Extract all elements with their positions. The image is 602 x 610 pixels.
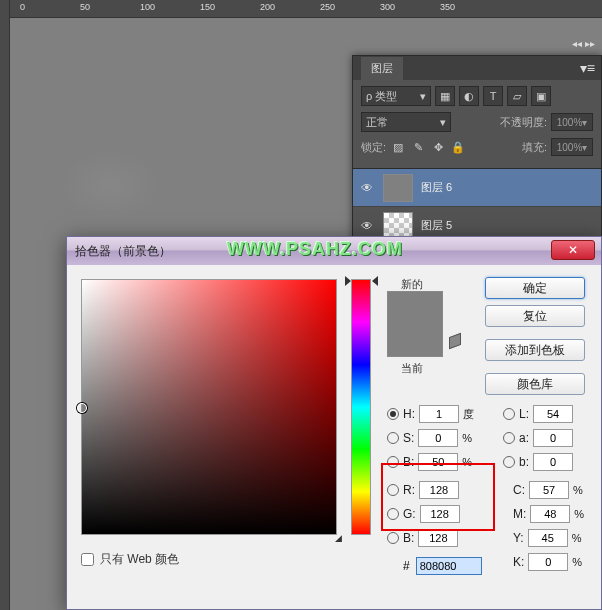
layer-name[interactable]: 图层 6 — [421, 180, 452, 195]
layer-row[interactable]: 👁 图层 6 — [353, 169, 601, 207]
saturation-value-box[interactable] — [81, 279, 337, 535]
hue-arrow-right-icon[interactable] — [372, 276, 378, 286]
ruler-mark: 350 — [440, 2, 455, 12]
hue-arrow-left-icon[interactable] — [345, 276, 351, 286]
h-input[interactable] — [419, 405, 459, 423]
new-color-label: 新的 — [401, 277, 423, 292]
s-radio[interactable] — [387, 432, 399, 444]
layer-list: 👁 图层 6 👁 图层 5 — [353, 168, 601, 245]
filter-shape-icon[interactable]: ▱ — [507, 86, 527, 106]
h-radio[interactable] — [387, 408, 399, 420]
lock-move-icon[interactable]: ✥ — [430, 139, 446, 155]
visibility-eye-icon[interactable]: 👁 — [359, 219, 375, 233]
web-only-checkbox[interactable] — [81, 553, 94, 566]
lock-label: 锁定: — [361, 140, 386, 155]
visibility-eye-icon[interactable]: 👁 — [359, 181, 375, 195]
lab-b-radio[interactable] — [503, 456, 515, 468]
layer-filter-select[interactable]: ρ 类型▾ — [361, 86, 431, 106]
chevron-down-icon: ▾ — [420, 90, 426, 103]
reset-button[interactable]: 复位 — [485, 305, 585, 327]
layers-tab[interactable]: 图层 — [361, 57, 403, 80]
current-color-swatch[interactable] — [388, 324, 442, 356]
h-unit: 度 — [463, 407, 474, 422]
ruler-mark: 150 — [200, 2, 215, 12]
web-only-label: 只有 Web 颜色 — [100, 551, 179, 568]
web-only-checkbox-row: 只有 Web 颜色 — [81, 551, 179, 568]
chevron-down-icon: ▾ — [440, 116, 446, 129]
rgb-b-field: B: — [387, 529, 458, 547]
rgb-b-radio[interactable] — [387, 532, 399, 544]
lab-b-field: b: — [503, 453, 573, 471]
layers-panel: ◂◂ ▸▸ 图层 ▾≡ ρ 类型▾ ▦ ◐ T ▱ ▣ 正常▾ 不透明度: 10… — [352, 55, 602, 246]
color-preview — [387, 291, 443, 357]
k-input[interactable] — [528, 553, 568, 571]
lock-all-icon[interactable]: 🔒 — [450, 139, 466, 155]
ruler-mark: 0 — [20, 2, 25, 12]
s-input[interactable] — [418, 429, 458, 447]
ruler-mark: 200 — [260, 2, 275, 12]
g-field: G: — [387, 505, 460, 523]
color-library-button[interactable]: 颜色库 — [485, 373, 585, 395]
r-input[interactable] — [419, 481, 459, 499]
a-field: a: — [503, 429, 573, 447]
hex-label: # — [403, 559, 410, 573]
filter-adjust-icon[interactable]: ◐ — [459, 86, 479, 106]
filter-type-icon[interactable]: T — [483, 86, 503, 106]
watermark-text: WWW.PSAHZ.COM — [227, 239, 403, 260]
close-icon: ✕ — [568, 243, 578, 257]
a-radio[interactable] — [503, 432, 515, 444]
b-input[interactable] — [418, 453, 458, 471]
filter-smart-icon[interactable]: ▣ — [531, 86, 551, 106]
opacity-label: 不透明度: — [500, 115, 547, 130]
m-input[interactable] — [530, 505, 570, 523]
a-input[interactable] — [533, 429, 573, 447]
hue-slider[interactable] — [351, 279, 371, 535]
canvas-content — [60, 150, 160, 220]
g-radio[interactable] — [387, 508, 399, 520]
opacity-value[interactable]: 100%▾ — [551, 113, 593, 131]
layer-name[interactable]: 图层 5 — [421, 218, 452, 233]
ok-button[interactable]: 确定 — [485, 277, 585, 299]
hex-field: # — [403, 557, 482, 575]
rgb-b-input[interactable] — [418, 529, 458, 547]
sv-cursor[interactable] — [77, 403, 87, 413]
ruler-mark: 100 — [140, 2, 155, 12]
l-input[interactable] — [533, 405, 573, 423]
y-input[interactable] — [528, 529, 568, 547]
lock-transparent-icon[interactable]: ▨ — [390, 139, 406, 155]
sv-resize-icon: ◢ — [335, 533, 342, 543]
k-field: K:% — [513, 553, 582, 571]
current-color-label: 当前 — [401, 361, 423, 376]
hex-input[interactable] — [416, 557, 482, 575]
ruler-mark: 250 — [320, 2, 335, 12]
ruler-mark: 50 — [80, 2, 90, 12]
color-picker-dialog: 拾色器（前景色） WWW.PSAHZ.COM ✕ ◢ 新的 当前 确定 复位 添… — [66, 236, 602, 610]
fill-label: 填充: — [522, 140, 547, 155]
l-radio[interactable] — [503, 408, 515, 420]
lab-b-input[interactable] — [533, 453, 573, 471]
dialog-titlebar[interactable]: 拾色器（前景色） WWW.PSAHZ.COM ✕ — [67, 237, 601, 265]
c-field: C:% — [513, 481, 583, 499]
g-input[interactable] — [420, 505, 460, 523]
panel-collapse-icon[interactable]: ◂◂ ▸▸ — [572, 38, 595, 49]
fill-value[interactable]: 100%▾ — [551, 138, 593, 156]
color-cube-icon[interactable] — [449, 335, 463, 349]
pct: % — [462, 456, 472, 468]
close-button[interactable]: ✕ — [551, 240, 595, 260]
dialog-title: 拾色器（前景色） — [75, 243, 171, 260]
layers-panel-header: 图层 ▾≡ — [353, 56, 601, 80]
r-field: R: — [387, 481, 459, 499]
blend-mode-select[interactable]: 正常▾ — [361, 112, 451, 132]
filter-pixel-icon[interactable]: ▦ — [435, 86, 455, 106]
h-field: H: 度 — [387, 405, 474, 423]
lock-brush-icon[interactable]: ✎ — [410, 139, 426, 155]
c-input[interactable] — [529, 481, 569, 499]
r-radio[interactable] — [387, 484, 399, 496]
layer-thumbnail[interactable] — [383, 174, 413, 202]
ruler-mark: 300 — [380, 2, 395, 12]
b-radio[interactable] — [387, 456, 399, 468]
add-swatch-button[interactable]: 添加到色板 — [485, 339, 585, 361]
panel-menu-icon[interactable]: ▾≡ — [580, 60, 595, 76]
ruler-horizontal: 0 50 100 150 200 250 300 350 — [10, 0, 602, 18]
s-field: S: % — [387, 429, 472, 447]
